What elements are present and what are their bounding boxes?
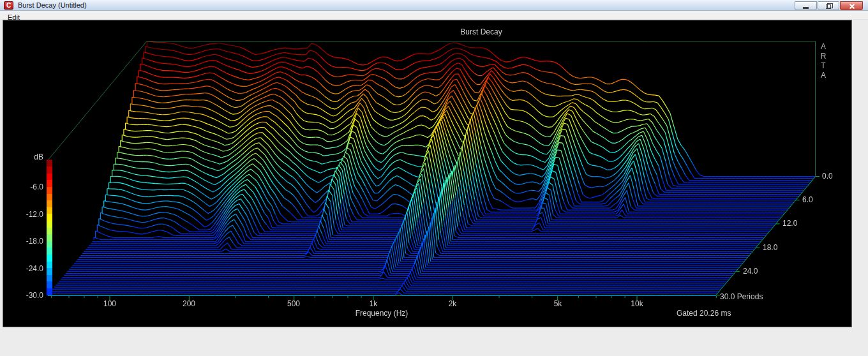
- db-tick--30: -30.0: [11, 291, 43, 300]
- freq-tick-200: 200: [176, 299, 202, 308]
- window-title: Burst Decay (Untitled): [18, 1, 87, 9]
- arta-watermark: A R T A: [819, 42, 828, 80]
- close-button[interactable]: [840, 1, 863, 10]
- app-icon: C: [4, 1, 13, 10]
- db-tick--18: -18.0: [11, 237, 43, 246]
- control-panel: Mode Waterfall_F Palette Jet 30 Copy Col…: [0, 327, 868, 356]
- minimize-button[interactable]: [795, 1, 817, 10]
- chart-title: Burst Decay: [417, 27, 545, 36]
- db-axis-unit: dB: [11, 152, 43, 161]
- period-tick-18: 18.0: [763, 243, 777, 252]
- freq-tick-100: 100: [97, 299, 123, 308]
- freq-tick-1k: 1k: [361, 299, 386, 308]
- period-tick-0: 0.0: [822, 172, 833, 181]
- x-axis-title: Frequency (Hz): [331, 309, 433, 318]
- restore-icon: [826, 4, 831, 9]
- waterfall-canvas: [3, 20, 852, 327]
- minimize-icon: [803, 7, 809, 9]
- period-tick-12: 12.0: [782, 219, 797, 228]
- close-icon: [849, 3, 855, 9]
- period-axis-end-label: 30.0 Periods: [720, 292, 763, 301]
- freq-tick-2k: 2k: [440, 299, 465, 308]
- freq-tick-5k: 5k: [545, 299, 571, 308]
- period-tick-24: 24.0: [743, 267, 758, 276]
- menu-bar: Edit: [0, 11, 868, 20]
- db-tick--12: -12.0: [11, 210, 43, 219]
- db-tick--24: -24.0: [11, 264, 43, 273]
- title-bar[interactable]: C Burst Decay (Untitled): [0, 0, 868, 11]
- period-tick-6: 6.0: [802, 195, 813, 204]
- db-tick--6: -6.0: [11, 182, 43, 191]
- restore-button[interactable]: [818, 1, 839, 10]
- freq-tick-500: 500: [281, 299, 306, 308]
- gated-label: Gated 20.26 ms: [677, 309, 731, 318]
- freq-tick-10k: 10k: [624, 299, 650, 308]
